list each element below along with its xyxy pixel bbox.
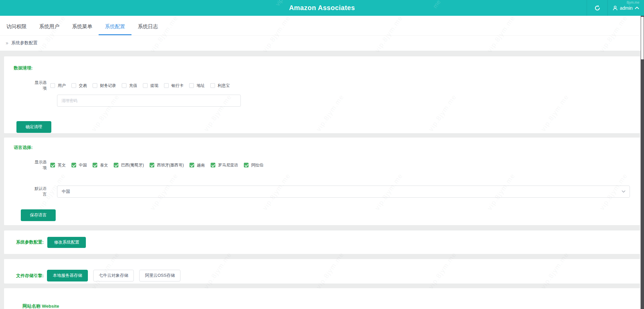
language-card: 语言选择: 显示选项 英文 中国 泰文 巴西(葡萄牙) 西班牙(墨西哥) [4, 138, 640, 225]
checkbox-brazil-portuguese[interactable]: 巴西(葡萄牙) [114, 162, 144, 168]
checkbox-checked-icon[interactable] [93, 163, 97, 167]
checkbox-checked-icon[interactable] [211, 163, 215, 167]
checkbox-icon[interactable] [122, 83, 126, 88]
section-heading-data-cleanup: 数据清理: [14, 65, 640, 71]
checkbox-china[interactable]: 中国 [71, 162, 87, 168]
options-label: 显示选项 [33, 80, 47, 91]
modify-system-config-button[interactable]: 修改系统配置 [47, 237, 86, 248]
section-heading-storage: 文件存储引擎: [16, 273, 44, 279]
checkbox-icon[interactable] [143, 83, 148, 88]
checkbox-icon[interactable] [50, 83, 55, 88]
checkbox-icon[interactable] [210, 83, 215, 88]
user-name: admin [620, 5, 633, 11]
checkbox-label: 越南 [197, 162, 205, 168]
tab-system-menu[interactable]: 系统菜单 [66, 15, 99, 35]
tab-panel: 访问权限 系统用户 系统菜单 系统配置 系统日志 » 系统参数配置 [0, 16, 644, 51]
checkbox-checked-icon[interactable] [150, 163, 154, 167]
checkbox-vietnamese[interactable]: 越南 [190, 162, 205, 168]
checkbox-label: 利息宝 [218, 83, 230, 89]
checkbox-label: 罗马尼亚语 [218, 162, 238, 168]
section-heading-website: 网站名称 Website [22, 303, 640, 309]
cleanup-options: 用户 交易 财务记录 充值 提现 银行卡 [50, 83, 230, 89]
checkbox-checked-icon[interactable] [71, 163, 76, 167]
chevron-up-icon [635, 6, 639, 9]
checkbox-label: 英文 [58, 162, 66, 168]
default-language-select[interactable]: 中国 [57, 186, 630, 198]
website-card: 网站名称 Website [4, 288, 640, 309]
checkbox-withdraw[interactable]: 提现 [143, 83, 158, 89]
language-options: 英文 中国 泰文 巴西(葡萄牙) 西班牙(墨西哥) 越南 [50, 162, 263, 168]
checkbox-transactions[interactable]: 交易 [71, 83, 87, 89]
checkbox-checked-icon[interactable] [50, 163, 55, 167]
vertical-scrollbar-thumb[interactable] [641, 17, 644, 59]
tab-bar: 访问权限 系统用户 系统菜单 系统配置 系统日志 [0, 16, 644, 36]
checkbox-label: 地址 [197, 83, 205, 89]
watermark-corner-text: 8jym.me [627, 1, 639, 4]
storage-aliyun-oss-button[interactable]: 阿里云OSS存储 [139, 270, 180, 281]
storage-engine-card: 文件存储引擎: 本地服务器存储 七牛云对象存储 阿里云OSS存储 [4, 259, 640, 284]
breadcrumb-chevron-icon: » [6, 40, 8, 46]
checkbox-checked-icon[interactable] [244, 163, 249, 167]
checkbox-label: 银行卡 [171, 83, 183, 89]
breadcrumb-label: 系统参数配置 [11, 40, 38, 46]
checkbox-checked-icon[interactable] [114, 163, 118, 167]
checkbox-label: 泰文 [100, 162, 108, 168]
checkbox-romanian[interactable]: 罗马尼亚语 [211, 162, 238, 168]
default-language-label: 默认语言 [33, 186, 47, 197]
checkbox-users[interactable]: 用户 [50, 83, 66, 89]
checkbox-arabic[interactable]: 阿拉伯 [244, 162, 263, 168]
selected-language-value: 中国 [62, 189, 70, 195]
section-heading-language: 语言选择: [14, 145, 640, 151]
refresh-button[interactable] [587, 0, 607, 16]
checkbox-interest-bao[interactable]: 利息宝 [210, 83, 230, 89]
page-title: Amazon Associates [0, 0, 644, 16]
breadcrumb: » 系统参数配置 [0, 36, 644, 50]
tab-system-logs[interactable]: 系统日志 [131, 15, 164, 35]
storage-local-server-button[interactable]: 本地服务器存储 [47, 270, 88, 281]
checkbox-label: 阿拉伯 [251, 162, 263, 168]
confirm-cleanup-button[interactable]: 确定清理 [16, 121, 51, 133]
storage-qiniu-button[interactable]: 七牛云对象存储 [93, 270, 134, 281]
system-config-card: 系统参数配置: 修改系统配置 [4, 230, 640, 254]
chevron-down-icon [622, 190, 626, 193]
checkbox-finance-records[interactable]: 财务记录 [93, 83, 116, 89]
checkbox-icon[interactable] [71, 83, 76, 88]
checkbox-bank-card[interactable]: 银行卡 [164, 83, 183, 89]
checkbox-icon[interactable] [164, 83, 169, 88]
storage-engine-options: 本地服务器存储 七牛云对象存储 阿里云OSS存储 [47, 270, 180, 281]
checkbox-checked-icon[interactable] [190, 163, 194, 167]
checkbox-icon[interactable] [189, 83, 194, 88]
options-label: 显示选项 [33, 159, 47, 171]
user-icon [612, 5, 618, 11]
cleanup-password-input[interactable] [57, 95, 241, 107]
checkbox-recharge[interactable]: 充值 [122, 83, 137, 89]
tab-system-users[interactable]: 系统用户 [33, 15, 66, 35]
checkbox-label: 用户 [58, 83, 66, 89]
data-cleanup-card: 数据清理: 显示选项 用户 交易 财务记录 充值 提现 [4, 56, 640, 133]
refresh-icon [594, 5, 601, 11]
tab-access-rights[interactable]: 访问权限 [6, 15, 33, 35]
checkbox-label: 提现 [150, 83, 158, 89]
checkbox-label: 交易 [79, 83, 87, 89]
section-heading-system-config: 系统参数配置: [16, 239, 44, 245]
checkbox-thai[interactable]: 泰文 [93, 162, 108, 168]
checkbox-english[interactable]: 英文 [50, 162, 66, 168]
checkbox-label: 巴西(葡萄牙) [121, 162, 144, 168]
checkbox-address[interactable]: 地址 [189, 83, 205, 89]
checkbox-icon[interactable] [93, 83, 97, 88]
checkbox-spanish-mexico[interactable]: 西班牙(墨西哥) [150, 162, 184, 168]
tab-system-config[interactable]: 系统配置 [99, 15, 131, 35]
checkbox-label: 西班牙(墨西哥) [157, 162, 184, 168]
checkbox-label: 财务记录 [100, 83, 116, 89]
save-language-button[interactable]: 保存语言 [21, 209, 56, 221]
checkbox-label: 中国 [79, 162, 87, 168]
app-header: vip. me Amazon Associates admin [0, 0, 644, 16]
checkbox-label: 充值 [129, 83, 137, 89]
vertical-scrollbar-track[interactable] [641, 16, 644, 309]
